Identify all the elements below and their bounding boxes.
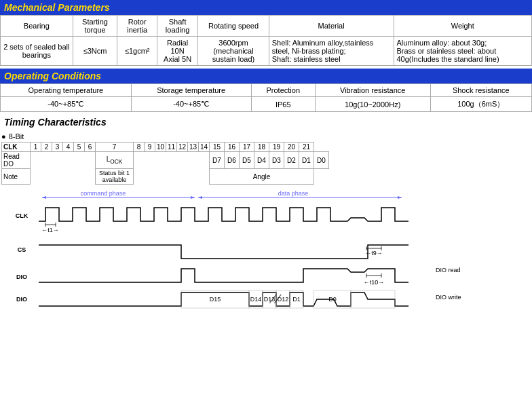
col-shaft-loading: Shaft loading bbox=[157, 16, 197, 37]
operating-section: Operating Conditions Operating temperatu… bbox=[0, 69, 532, 112]
torque-value: ≤3Ncm bbox=[73, 37, 117, 66]
svg-text:DIO read: DIO read bbox=[436, 267, 461, 273]
col-vibration: Vibration resistance bbox=[315, 84, 430, 97]
bearing-value: 2 sets of sealed ball bearings bbox=[1, 37, 73, 66]
material-value: Shell: Aluminum alloy,stainless steel, N… bbox=[269, 37, 394, 66]
svg-text:DIO: DIO bbox=[16, 273, 27, 280]
svg-text:data phase: data phase bbox=[278, 190, 309, 197]
timing-table: CLK 123456 7 8910111213 14 1516171819202… bbox=[1, 142, 531, 185]
vibration-value: 10g(10~2000Hz) bbox=[315, 97, 430, 112]
storage-temp-value: -40~+85℃ bbox=[131, 97, 251, 112]
svg-text:CLK: CLK bbox=[16, 212, 28, 219]
shock-value: 100g（6mS） bbox=[430, 97, 531, 112]
svg-text:←t9→: ←t9→ bbox=[365, 250, 383, 257]
bit-label: ● 8-Bit bbox=[1, 132, 531, 140]
col-starting-torque: Starting torque bbox=[73, 16, 117, 37]
timing-header: Timing Characteristics bbox=[0, 115, 532, 130]
timing-content: ● 8-Bit CLK 123456 7 8910111213 14 bbox=[0, 130, 532, 316]
svg-text:D0: D0 bbox=[328, 296, 337, 303]
col-shock: Shock resistance bbox=[430, 84, 531, 97]
op-temp-value: -40~+85℃ bbox=[1, 97, 132, 112]
col-op-temp: Operating temperature bbox=[1, 84, 132, 97]
read-do-label: ReadDO bbox=[2, 152, 31, 169]
svg-text:←t10→: ←t10→ bbox=[364, 279, 385, 286]
timing-section: Timing Characteristics ● 8-Bit CLK 12345… bbox=[0, 115, 532, 316]
col-weight: Weight bbox=[394, 16, 532, 37]
col-material: Material bbox=[269, 16, 394, 37]
col-storage-temp: Storage temperature bbox=[131, 84, 251, 97]
col-rotating-speed: Rotating speed bbox=[198, 16, 269, 37]
svg-text:D14: D14 bbox=[250, 296, 262, 303]
svg-text:D15: D15 bbox=[210, 296, 221, 303]
shaft-value: Radial 10N Axial 5N bbox=[157, 37, 197, 66]
mechanical-section: Mechanical Parameters Bearing Starting t… bbox=[0, 0, 532, 66]
weight-value: Aluminum alloy: about 30g; Brass or stai… bbox=[394, 37, 532, 66]
mechanical-table: Bearing Starting torque Rotor inertia Sh… bbox=[0, 15, 532, 66]
waveform-svg: command phase data phase CLK ←t1→ CS bbox=[1, 187, 531, 316]
svg-text:D1: D1 bbox=[292, 296, 301, 303]
svg-text:CS: CS bbox=[18, 246, 26, 253]
svg-text:DIO: DIO bbox=[16, 296, 27, 303]
inertia-value: ≤1gcm² bbox=[117, 37, 157, 66]
mechanical-header: Mechanical Parameters bbox=[0, 0, 532, 15]
note-label: Note bbox=[2, 169, 31, 185]
svg-text:command phase: command phase bbox=[81, 190, 126, 197]
col-protection: Protection bbox=[251, 84, 315, 97]
svg-text:DIO write: DIO write bbox=[436, 294, 461, 301]
col-bearing: Bearing bbox=[1, 16, 73, 37]
clk-label: CLK bbox=[2, 143, 31, 152]
protection-value: IP65 bbox=[251, 97, 315, 112]
speed-value: 3600rpm (mechanical sustain load) bbox=[198, 37, 269, 66]
waveform-diagram: command phase data phase CLK ←t1→ CS bbox=[1, 187, 531, 316]
operating-header: Operating Conditions bbox=[0, 69, 532, 83]
svg-text:←t1→: ←t1→ bbox=[41, 227, 59, 233]
operating-table: Operating temperature Storage temperatur… bbox=[0, 83, 532, 112]
col-rotor-inertia: Rotor inertia bbox=[117, 16, 157, 37]
